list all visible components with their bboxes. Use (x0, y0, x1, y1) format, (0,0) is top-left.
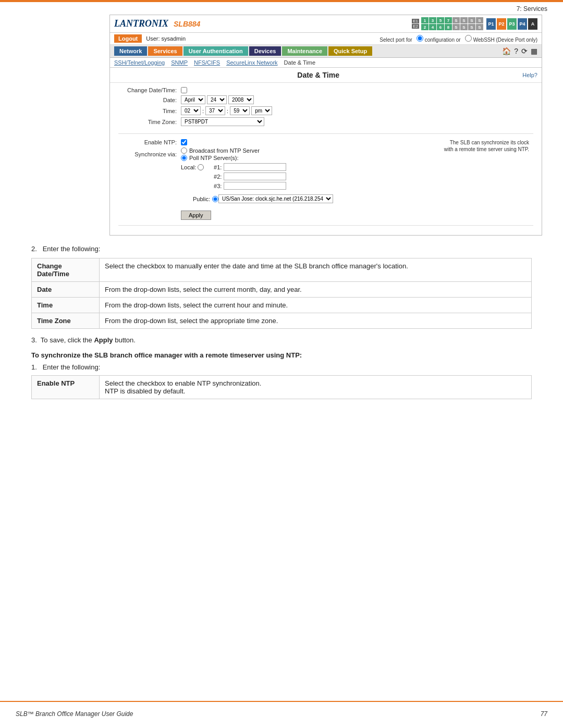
port-2: 2 (421, 24, 429, 30)
footer-left: SLB™ Branch Office Manager User Guide (16, 710, 133, 718)
port-4: 4 (429, 24, 436, 30)
server3-input[interactable] (224, 182, 286, 190)
table-row: Time From the drop-down lists, select th… (32, 298, 532, 313)
grid-icon[interactable]: ▦ (531, 47, 537, 55)
tab-maintenance[interactable]: Maintenance (282, 46, 327, 56)
refresh-icon[interactable]: ⟳ (521, 47, 528, 55)
user-label: User: sysadmin (146, 35, 186, 42)
change-datetime-label: Change Date/Time: (118, 87, 181, 93)
subnav-nfs[interactable]: NFS/CIFS (194, 59, 220, 66)
hour-select[interactable]: 02 (181, 106, 201, 115)
timezone-row: Time Zone: PST8PDT (118, 117, 533, 126)
port-6: 6 (437, 24, 444, 30)
question-icon[interactable]: ? (514, 47, 518, 55)
apply-button[interactable]: Apply (181, 211, 211, 220)
e2-label: E2 (412, 24, 419, 29)
enable-ntp-label: Enable NTP: (118, 139, 181, 145)
home-icon[interactable]: 🏠 (502, 47, 511, 55)
public-radio[interactable] (212, 196, 218, 202)
tab-services[interactable]: Services (148, 46, 182, 56)
footer-right: 77 (541, 710, 547, 718)
month-select[interactable]: April (181, 95, 205, 104)
min-select[interactable]: 37 (205, 106, 225, 115)
port-indicators: E1 E2 1 3 5 7 S S S S 2 (412, 17, 537, 30)
desc-change-datetime: Select the checkbox to manually enter th… (100, 258, 532, 282)
step2-number: 2. (31, 245, 41, 253)
logout-button[interactable]: Logout (114, 34, 142, 43)
poll-radio[interactable] (181, 155, 187, 161)
ampm-select[interactable]: pm (251, 106, 272, 115)
local-servers-block: Local: #1: #2: (181, 163, 333, 191)
section-title: 7: Services (517, 5, 547, 13)
port-nums-row2: 2 4 6 8 S S S S (421, 24, 483, 30)
tab-quick-setup[interactable]: Quick Setup (328, 46, 372, 56)
field-time: Time (32, 298, 100, 313)
p1-button[interactable]: P1 (486, 18, 496, 30)
table-row: Time Zone From the drop-down list, selec… (32, 313, 532, 329)
step3-apply-bold: Apply (94, 336, 113, 344)
tab-user-auth[interactable]: User Authentication (183, 46, 248, 56)
port-7: 7 (445, 17, 452, 23)
day-select[interactable]: 24 (207, 95, 227, 104)
enable-ntp-row: Enable NTP: (118, 139, 333, 145)
config-radio[interactable] (417, 35, 423, 42)
change-datetime-checkbox[interactable] (181, 87, 187, 93)
field-timezone: Time Zone (32, 313, 100, 329)
field-change-datetime: ChangeDate/Time (32, 258, 100, 282)
server2-label: #2: (208, 174, 224, 180)
timezone-label: Time Zone: (118, 119, 181, 125)
p3-button[interactable]: P3 (507, 18, 517, 30)
server1-input[interactable] (224, 163, 286, 171)
ntp-note-line2: with a remote time server using NTP. (444, 146, 529, 152)
ntp-note: The SLB can synchronize its clock with a… (444, 139, 533, 153)
bottom-bar: SLB™ Branch Office Manager User Guide 77 (0, 710, 563, 718)
enable-ntp-checkbox[interactable] (181, 139, 187, 145)
subnav-datetime[interactable]: Date & Time (284, 59, 316, 66)
help-link[interactable]: Help? (522, 72, 537, 78)
config-label: configuration or (425, 37, 461, 43)
step3-number: 3. To save, click the (31, 336, 94, 344)
ntp-note-line1: The SLB can synchronize its clock (450, 140, 529, 145)
a-button[interactable]: A (528, 18, 537, 30)
field-enable-ntp: Enable NTP (32, 376, 100, 399)
lantronix-logo: LANTRONIX (114, 18, 168, 29)
step2-text: 2. Enter the following: (31, 245, 532, 253)
broadcast-label: Broadcast from NTP Server (189, 147, 260, 154)
port-s7: S (468, 24, 475, 30)
port-s8: S (476, 24, 483, 30)
server3-label: #3: (208, 183, 224, 189)
tab-devices[interactable]: Devices (249, 46, 282, 56)
step1-number: 1. (31, 363, 41, 371)
port-3: 3 (429, 17, 436, 23)
field-date: Date (32, 282, 100, 298)
local-radio[interactable] (198, 164, 204, 170)
step1-text: 1. Enter the following: (31, 363, 532, 371)
timezone-select[interactable]: PST8PDT (181, 117, 264, 126)
change-datetime-row: Change Date/Time: (118, 87, 533, 93)
subnav-ssh[interactable]: SSH/Telnet/Logging (114, 59, 165, 66)
change-datetime-control (181, 87, 187, 93)
year-select[interactable]: 2008 (228, 95, 254, 104)
broadcast-radio[interactable] (181, 147, 187, 154)
time-row: Time: 02 : 37 : 59 (118, 106, 533, 115)
webssh-radio[interactable] (465, 35, 472, 42)
public-server-select[interactable]: US/San Jose: clock.sjc.he.net (216.218.2… (218, 194, 333, 203)
server1-label: #1: (208, 164, 224, 170)
port-s3: S (468, 17, 475, 23)
date-row: Date: April 24 2008 (118, 95, 533, 104)
server2-input[interactable] (224, 172, 286, 180)
bottom-rule (0, 701, 563, 702)
page-header: 7: Services (0, 2, 563, 15)
e1-label: E1 (412, 19, 419, 23)
subnav-securlinx[interactable]: SecureLinx Network (226, 59, 277, 66)
sec-select[interactable]: 59 (230, 106, 250, 115)
logo-area: LANTRONIX SLB884 (114, 18, 200, 29)
page-title: Date & Time (114, 71, 522, 79)
p4-button[interactable]: P4 (518, 18, 527, 30)
table-row: ChangeDate/Time Select the checkbox to m… (32, 258, 532, 282)
server2-row: #2: (208, 172, 286, 180)
subnav-snmp[interactable]: SNMP (171, 59, 188, 66)
p2-button[interactable]: P2 (497, 18, 506, 30)
p-buttons: P1 P2 P3 P4 A (486, 18, 537, 30)
tab-network[interactable]: Network (114, 46, 147, 56)
